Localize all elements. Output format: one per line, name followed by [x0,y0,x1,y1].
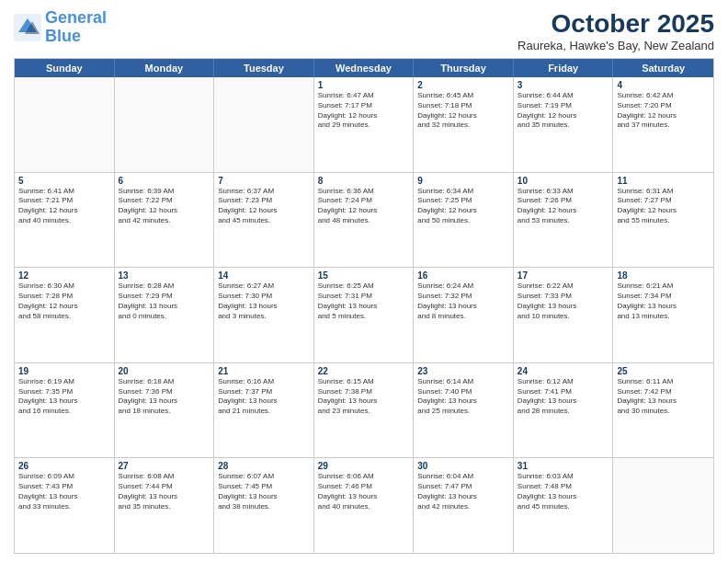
cal-cell-day-23: 23Sunrise: 6:14 AM Sunset: 7:40 PM Dayli… [414,363,514,458]
cal-cell-empty [15,77,115,172]
cal-row-0: 1Sunrise: 6:47 AM Sunset: 7:17 PM Daylig… [15,77,713,173]
day-number: 17 [518,270,609,281]
cal-cell-day-15: 15Sunrise: 6:25 AM Sunset: 7:31 PM Dayli… [314,268,415,362]
cal-cell-empty [214,77,314,172]
logo-text: General Blue [45,9,107,46]
cal-header-tuesday: Tuesday [214,59,314,77]
day-number: 19 [18,366,110,376]
cell-info: Sunrise: 6:21 AM Sunset: 7:34 PM Dayligh… [617,282,710,321]
day-number: 26 [18,461,110,471]
cell-info: Sunrise: 6:09 AM Sunset: 7:43 PM Dayligh… [18,472,110,511]
cell-info: Sunrise: 6:22 AM Sunset: 7:33 PM Dayligh… [518,282,609,321]
cell-info: Sunrise: 6:06 AM Sunset: 7:46 PM Dayligh… [318,472,410,511]
cal-cell-day-27: 27Sunrise: 6:08 AM Sunset: 7:44 PM Dayli… [115,458,215,553]
cal-cell-day-13: 13Sunrise: 6:28 AM Sunset: 7:29 PM Dayli… [115,268,215,362]
day-number: 24 [518,366,609,376]
day-number: 12 [18,270,110,281]
day-number: 11 [617,176,710,186]
cell-info: Sunrise: 6:47 AM Sunset: 7:17 PM Dayligh… [318,91,410,131]
calendar-header-row: SundayMondayTuesdayWednesdayThursdayFrid… [15,59,713,77]
cal-cell-day-12: 12Sunrise: 6:30 AM Sunset: 7:28 PM Dayli… [15,268,115,362]
cal-cell-day-5: 5Sunrise: 6:41 AM Sunset: 7:21 PM Daylig… [15,173,115,268]
cal-header-monday: Monday [115,59,215,77]
cal-row-4: 26Sunrise: 6:09 AM Sunset: 7:43 PM Dayli… [15,458,713,553]
cal-cell-day-14: 14Sunrise: 6:27 AM Sunset: 7:30 PM Dayli… [214,268,314,362]
day-number: 18 [617,270,710,281]
cal-cell-day-18: 18Sunrise: 6:21 AM Sunset: 7:34 PM Dayli… [613,268,713,362]
header: General Blue October 2025 Raureka, Hawke… [14,9,714,52]
cal-header-saturday: Saturday [613,59,713,77]
cal-cell-day-11: 11Sunrise: 6:31 AM Sunset: 7:27 PM Dayli… [613,173,713,268]
day-number: 15 [318,270,410,281]
cal-cell-day-17: 17Sunrise: 6:22 AM Sunset: 7:33 PM Dayli… [514,268,614,362]
day-number: 10 [518,176,609,186]
cell-info: Sunrise: 6:19 AM Sunset: 7:35 PM Dayligh… [18,377,110,417]
day-number: 14 [218,270,310,281]
day-number: 22 [318,366,410,376]
day-number: 20 [119,366,210,376]
cell-info: Sunrise: 6:04 AM Sunset: 7:47 PM Dayligh… [417,472,509,511]
cal-header-friday: Friday [514,59,614,77]
cal-cell-day-16: 16Sunrise: 6:24 AM Sunset: 7:32 PM Dayli… [414,268,514,362]
cell-info: Sunrise: 6:30 AM Sunset: 7:28 PM Dayligh… [18,282,110,321]
cal-cell-day-25: 25Sunrise: 6:11 AM Sunset: 7:42 PM Dayli… [613,363,713,458]
cell-info: Sunrise: 6:44 AM Sunset: 7:19 PM Dayligh… [518,91,609,131]
day-number: 6 [119,176,210,186]
cal-header-thursday: Thursday [414,59,514,77]
cell-info: Sunrise: 6:24 AM Sunset: 7:32 PM Dayligh… [417,282,509,321]
main-title: October 2025 [518,9,714,39]
cell-info: Sunrise: 6:42 AM Sunset: 7:20 PM Dayligh… [617,91,710,131]
cal-cell-day-22: 22Sunrise: 6:15 AM Sunset: 7:38 PM Dayli… [314,363,415,458]
day-number: 7 [218,176,310,186]
cal-cell-day-30: 30Sunrise: 6:04 AM Sunset: 7:47 PM Dayli… [414,458,514,553]
cell-info: Sunrise: 6:18 AM Sunset: 7:36 PM Dayligh… [119,377,210,417]
cal-cell-day-26: 26Sunrise: 6:09 AM Sunset: 7:43 PM Dayli… [15,458,115,553]
day-number: 29 [318,461,410,471]
cell-info: Sunrise: 6:07 AM Sunset: 7:45 PM Dayligh… [218,472,310,511]
day-number: 13 [119,270,210,281]
day-number: 8 [318,176,410,186]
day-number: 16 [417,270,509,281]
day-number: 31 [518,461,609,471]
cell-info: Sunrise: 6:39 AM Sunset: 7:22 PM Dayligh… [119,187,210,226]
cell-info: Sunrise: 6:25 AM Sunset: 7:31 PM Dayligh… [318,282,410,321]
cell-info: Sunrise: 6:45 AM Sunset: 7:18 PM Dayligh… [417,91,509,131]
cell-info: Sunrise: 6:03 AM Sunset: 7:48 PM Dayligh… [518,472,609,511]
day-number: 27 [119,461,210,471]
cell-info: Sunrise: 6:08 AM Sunset: 7:44 PM Dayligh… [119,472,210,511]
cal-cell-day-24: 24Sunrise: 6:12 AM Sunset: 7:41 PM Dayli… [514,363,614,458]
cell-info: Sunrise: 6:27 AM Sunset: 7:30 PM Dayligh… [218,282,310,321]
cal-cell-day-21: 21Sunrise: 6:16 AM Sunset: 7:37 PM Dayli… [214,363,314,458]
cal-cell-day-28: 28Sunrise: 6:07 AM Sunset: 7:45 PM Dayli… [214,458,314,553]
day-number: 1 [318,80,410,90]
logo: General Blue [14,9,107,46]
cal-header-sunday: Sunday [15,59,115,77]
cell-info: Sunrise: 6:28 AM Sunset: 7:29 PM Dayligh… [119,282,210,321]
cell-info: Sunrise: 6:36 AM Sunset: 7:24 PM Dayligh… [318,187,410,226]
cal-cell-day-2: 2Sunrise: 6:45 AM Sunset: 7:18 PM Daylig… [414,77,514,172]
day-number: 28 [218,461,310,471]
calendar: SundayMondayTuesdayWednesdayThursdayFrid… [14,58,714,554]
day-number: 21 [218,366,310,376]
cal-cell-day-19: 19Sunrise: 6:19 AM Sunset: 7:35 PM Dayli… [15,363,115,458]
cell-info: Sunrise: 6:34 AM Sunset: 7:25 PM Dayligh… [417,187,509,226]
cal-cell-day-20: 20Sunrise: 6:18 AM Sunset: 7:36 PM Dayli… [115,363,215,458]
logo-general: General [45,8,107,27]
cal-cell-day-6: 6Sunrise: 6:39 AM Sunset: 7:22 PM Daylig… [115,173,215,268]
day-number: 2 [417,80,509,90]
day-number: 3 [518,80,609,90]
cal-header-wednesday: Wednesday [314,59,415,77]
cal-cell-day-3: 3Sunrise: 6:44 AM Sunset: 7:19 PM Daylig… [514,77,614,172]
cal-cell-day-8: 8Sunrise: 6:36 AM Sunset: 7:24 PM Daylig… [314,173,415,268]
day-number: 25 [617,366,710,376]
cal-row-2: 12Sunrise: 6:30 AM Sunset: 7:28 PM Dayli… [15,268,713,363]
cal-cell-day-4: 4Sunrise: 6:42 AM Sunset: 7:20 PM Daylig… [613,77,713,172]
cal-row-3: 19Sunrise: 6:19 AM Sunset: 7:35 PM Dayli… [15,363,713,459]
cal-cell-empty [613,458,713,553]
cal-row-1: 5Sunrise: 6:41 AM Sunset: 7:21 PM Daylig… [15,173,713,269]
cell-info: Sunrise: 6:31 AM Sunset: 7:27 PM Dayligh… [617,187,710,226]
cell-info: Sunrise: 6:16 AM Sunset: 7:37 PM Dayligh… [218,377,310,417]
cal-cell-day-1: 1Sunrise: 6:47 AM Sunset: 7:17 PM Daylig… [314,77,415,172]
calendar-body: 1Sunrise: 6:47 AM Sunset: 7:17 PM Daylig… [15,77,713,553]
cal-cell-day-9: 9Sunrise: 6:34 AM Sunset: 7:25 PM Daylig… [414,173,514,268]
